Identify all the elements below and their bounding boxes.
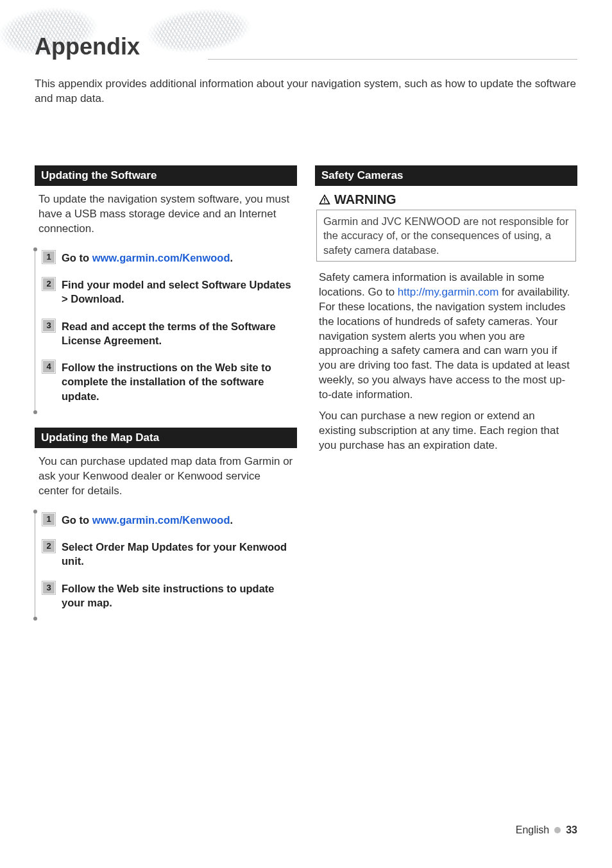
step-text-prefix: Go to bbox=[62, 514, 92, 526]
section-heading-updating-map: Updating the Map Data bbox=[35, 428, 297, 448]
footer-language: English bbox=[516, 824, 549, 836]
step-link[interactable]: www.garmin.com/Kenwood bbox=[92, 252, 230, 263]
step-number: 1 bbox=[42, 251, 55, 263]
step-item: 4 Follow the instructions on the Web sit… bbox=[35, 356, 297, 412]
step-link[interactable]: www.garmin.com/Kenwood bbox=[92, 514, 230, 526]
step-item: 3 Follow the Web site instructions to up… bbox=[35, 578, 297, 619]
warning-box: Garmin and JVC KENWOOD are not responsib… bbox=[316, 210, 576, 262]
step-text: Follow the Web site instructions to upda… bbox=[62, 583, 275, 608]
right-column: Safety Cameras WARNING Garmin and JVC KE… bbox=[315, 165, 577, 634]
step-number: 2 bbox=[42, 540, 55, 553]
step-text: Follow the instructions on the Web site … bbox=[62, 362, 271, 402]
page-title: Appendix bbox=[35, 33, 140, 60]
step-number: 2 bbox=[42, 278, 55, 290]
steps-list: 1 Go to www.garmin.com/Kenwood. 2 Find y… bbox=[35, 247, 297, 412]
paragraph: You can purchase a new region or extend … bbox=[315, 409, 577, 453]
step-number: 3 bbox=[42, 319, 55, 332]
page-footer: English 33 bbox=[516, 824, 577, 836]
step-text-prefix: Go to bbox=[62, 252, 92, 263]
warning-label: WARNING bbox=[334, 192, 396, 207]
step-number: 4 bbox=[42, 360, 55, 373]
steps-list: 1 Go to www.garmin.com/Kenwood. 2 Select… bbox=[35, 509, 297, 619]
step-text: Read and accept the terms of the Softwar… bbox=[62, 321, 276, 346]
content-columns: Updating the Software To update the navi… bbox=[35, 165, 577, 634]
paragraph-link[interactable]: http://my.garmin.com bbox=[398, 286, 498, 298]
svg-rect-0 bbox=[324, 198, 325, 201]
paragraph: Safety camera information is available i… bbox=[315, 271, 577, 403]
step-item: 1 Go to www.garmin.com/Kenwood. bbox=[35, 247, 297, 274]
section-intro: To update the navigation system software… bbox=[35, 192, 297, 237]
step-item: 2 Find your model and select Software Up… bbox=[35, 274, 297, 315]
step-text: Select Order Map Updates for your Kenwoo… bbox=[62, 541, 287, 567]
step-item: 1 Go to www.garmin.com/Kenwood. bbox=[35, 509, 297, 536]
step-item: 2 Select Order Map Updates for your Kenw… bbox=[35, 536, 297, 578]
section-intro: You can purchase updated map data from G… bbox=[35, 455, 297, 499]
left-column: Updating the Software To update the navi… bbox=[35, 165, 297, 634]
footer-bullet-icon bbox=[554, 827, 561, 833]
step-number: 1 bbox=[42, 513, 55, 526]
step-text-suffix: . bbox=[230, 514, 233, 526]
step-number: 3 bbox=[42, 581, 55, 594]
section-heading-updating-software: Updating the Software bbox=[35, 165, 297, 186]
warning-icon bbox=[319, 194, 330, 206]
para-text-post: for availability. For these locations, t… bbox=[319, 286, 570, 401]
warning-heading: WARNING bbox=[315, 192, 577, 207]
title-divider bbox=[208, 59, 577, 60]
step-text-suffix: . bbox=[230, 252, 233, 263]
intro-text: This appendix provides additional inform… bbox=[35, 77, 577, 106]
section-heading-safety-cameras: Safety Cameras bbox=[315, 165, 577, 186]
footer-page-number: 33 bbox=[566, 824, 577, 836]
step-text: Find your model and select Software Upda… bbox=[62, 279, 291, 305]
step-item: 3 Read and accept the terms of the Softw… bbox=[35, 315, 297, 357]
svg-rect-1 bbox=[324, 201, 325, 203]
